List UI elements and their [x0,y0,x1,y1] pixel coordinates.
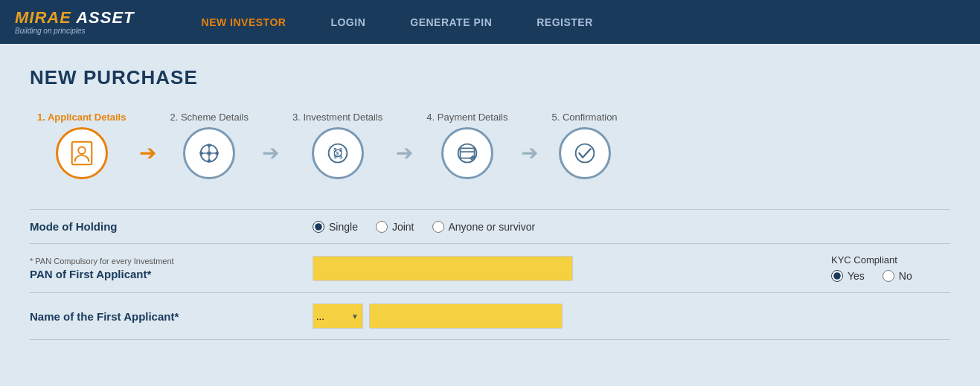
arrow-2: ➔ [262,143,279,164]
svg-point-19 [458,144,477,163]
step-label-3: 3. Investment Details [292,112,382,123]
step-investment-details[interactable]: 3. Investment Details $ $ $ $ $ [292,112,382,179]
step-scheme-details[interactable]: 2. Scheme Details [170,112,249,179]
step-icon-5 [559,127,611,179]
step-icon-2 [183,127,235,179]
pan-row: * PAN Compulsory for every Investment PA… [30,244,950,293]
page-title: NEW PURCHASE [30,66,950,89]
arrow-3: ➔ [396,143,413,164]
svg-point-7 [215,152,219,155]
mode-of-holding-label: Mode of Holding [30,220,313,233]
arrow-4: ➔ [521,143,538,164]
step-label-5: 5. Confirmation [551,112,617,123]
logo-brand: MIRAE ASSET [15,9,135,27]
radio-joint-label: Joint [392,221,414,233]
header: MIRAE ASSET Building on principles NEW I… [0,0,980,44]
nav-item-login[interactable]: LOGIN [308,16,388,28]
step-applicant-details[interactable]: 1. Applicant Details [37,112,126,179]
step-payment-details[interactable]: 4. Payment Details [426,112,507,179]
kyc-yes-label: Yes [848,270,865,282]
kyc-no-input[interactable] [883,270,894,282]
kyc-no-label: No [899,270,912,282]
name-controls: ... Mr. Mrs. Ms. Dr. [313,303,950,329]
step-confirmation[interactable]: 5. Confirmation [551,112,617,179]
svg-point-3 [207,151,211,155]
pan-controls [313,256,831,281]
svg-point-4 [208,144,211,147]
radio-anyone-input[interactable] [432,221,444,233]
radio-single-input[interactable] [313,221,324,233]
stepper: 1. Applicant Details ➔ 2. Scheme Details [30,112,950,179]
title-select-wrapper: ... Mr. Mrs. Ms. Dr. [313,303,363,329]
step-label-1: 1. Applicant Details [37,112,126,123]
radio-single-label: Single [329,221,358,233]
kyc-no[interactable]: No [883,270,912,282]
nav-item-register[interactable]: REGISTER [514,16,615,28]
first-applicant-name-input[interactable] [369,303,563,329]
pan-input[interactable] [313,256,573,281]
radio-anyone-survivor[interactable]: Anyone or survivor [432,221,536,233]
svg-point-5 [208,159,211,163]
logo-area: MIRAE ASSET Building on principles [15,9,135,35]
step-icon-1 [56,127,108,179]
step-label-4: 4. Payment Details [426,112,507,123]
name-label: Name of the First Applicant* [30,310,313,323]
kyc-yes-input[interactable] [831,270,843,282]
kyc-yes[interactable]: Yes [831,270,865,282]
step-label-2: 2. Scheme Details [170,112,249,123]
pan-label: PAN of First Applicant* [30,268,313,280]
kyc-radio-group: Yes No [831,270,912,282]
svg-point-1 [78,147,86,154]
svg-point-6 [199,152,203,155]
main-container: NEW PURCHASE 1. Applicant Details ➔ 2. S… [0,44,980,386]
radio-joint-input[interactable] [376,221,388,233]
name-label-area: Name of the First Applicant* [30,310,313,323]
nav-item-generate-pin[interactable]: GENERATE PIN [388,16,514,28]
mode-of-holding-controls: Single Joint Anyone or survivor [313,221,950,233]
form-section: Mode of Holding Single Joint Anyone or s… [30,209,950,340]
main-nav: NEW INVESTOR LOGIN GENERATE PIN REGISTER [179,16,615,28]
mode-of-holding-row: Mode of Holding Single Joint Anyone or s… [30,209,950,244]
radio-single[interactable]: Single [313,221,358,233]
kyc-label: KYC Compliant [831,254,897,266]
mode-of-holding-label-area: Mode of Holding [30,220,313,233]
nav-item-new-investor[interactable]: NEW INVESTOR [179,16,309,28]
svg-text:$: $ [336,151,339,157]
kyc-area: KYC Compliant Yes No [831,254,950,282]
step-icon-3: $ $ $ $ $ [312,127,364,179]
name-input-group: ... Mr. Mrs. Ms. Dr. [313,303,563,329]
title-select[interactable]: ... Mr. Mrs. Ms. Dr. [313,303,363,329]
pan-sublabel: * PAN Compulsory for every Investment [30,257,313,266]
radio-anyone-label: Anyone or survivor [449,221,536,233]
step-icon-4 [441,127,493,179]
mode-of-holding-radio-group: Single Joint Anyone or survivor [313,221,535,233]
pan-label-area: * PAN Compulsory for every Investment PA… [30,257,313,280]
radio-joint[interactable]: Joint [376,221,414,233]
logo-subtitle: Building on principles [15,27,135,35]
name-row: Name of the First Applicant* ... Mr. Mrs… [30,293,950,340]
arrow-1: ➔ [139,143,156,164]
